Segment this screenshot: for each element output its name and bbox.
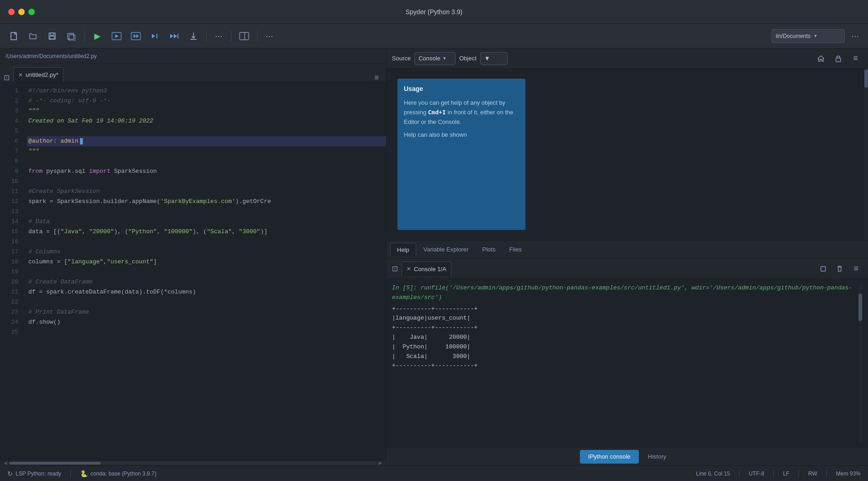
- code-line-25: [27, 327, 386, 337]
- history-tab[interactable]: History: [640, 450, 675, 464]
- console-panel: ⊡ ✕ Console 1/A ≡: [386, 259, 868, 465]
- editor-tab-close[interactable]: ✕: [18, 72, 23, 78]
- line-col-text: Line 6, Col 15: [696, 470, 730, 477]
- encoding-status[interactable]: UTF-8: [749, 470, 764, 477]
- console-dropdown-text: Console: [418, 55, 440, 62]
- stop-kernel-button[interactable]: [817, 262, 830, 275]
- usage-body: Here you can get help of any object by p…: [404, 98, 519, 127]
- titlebar: Spyder (Python 3.9): [0, 0, 868, 24]
- object-dropdown[interactable]: ▼: [480, 52, 508, 65]
- object-dropdown-arrow: ▼: [484, 55, 490, 62]
- console-tab-close[interactable]: ✕: [407, 266, 411, 272]
- conda-icon: 🐍: [80, 470, 88, 477]
- console-content[interactable]: In [5]: runfile('/Users/admin/apps/githu…: [386, 279, 868, 447]
- code-editor: 12345 678910 1112131415 1617181920 21222…: [0, 82, 386, 460]
- files-tab[interactable]: Files: [503, 243, 528, 257]
- open-file-button[interactable]: [25, 28, 41, 44]
- editor-tab-list-icon[interactable]: ⊡: [4, 73, 10, 82]
- home-icon-btn[interactable]: [814, 52, 828, 65]
- console-tab-list-icon[interactable]: ⊡: [392, 264, 398, 273]
- run-cell-button[interactable]: [108, 28, 125, 44]
- inspector-vscrollbar[interactable]: [863, 69, 868, 240]
- toolbar-more-2[interactable]: ···: [262, 31, 277, 41]
- usage-extra: Help can also be shown: [404, 130, 519, 140]
- line-col-status[interactable]: Line 6, Col 15: [696, 470, 730, 477]
- breadcrumb-bar: /Users/admin/Documents/untitled2.py: [0, 48, 386, 64]
- inspector-tabs: Help Variable Explorer Plots Files: [386, 240, 868, 258]
- perms-status[interactable]: RW: [808, 470, 817, 477]
- inspector-panel: Source Console ▼ Object ▼: [386, 48, 868, 259]
- toolbar-sep-1: [84, 31, 85, 42]
- code-line-16: [27, 237, 386, 247]
- code-line-21: df = spark.createDataFrame(data).toDF(*c…: [27, 287, 386, 297]
- perms-text: RW: [808, 470, 817, 477]
- inspector-content: Usage Here you can get help of any objec…: [386, 69, 868, 240]
- svg-rect-4: [68, 33, 74, 39]
- run-debug-button[interactable]: [166, 28, 182, 44]
- svg-marker-9: [134, 34, 136, 38]
- code-area[interactable]: #!/usr/bin/env python3 # -*- coding: utf…: [23, 82, 386, 460]
- line-numbers: 12345 678910 1112131415 1617181920 21222…: [0, 82, 23, 460]
- new-file-button[interactable]: [5, 28, 22, 44]
- maximize-button[interactable]: [28, 9, 35, 15]
- eol-text: LF: [783, 470, 789, 477]
- svg-rect-12: [156, 34, 157, 38]
- code-line-14: # Data: [27, 217, 386, 227]
- lock-icon-btn[interactable]: [831, 52, 845, 65]
- run-cell-advance-button[interactable]: [128, 28, 144, 44]
- run-button[interactable]: ▶: [89, 28, 106, 44]
- toolbar-more-1[interactable]: ···: [211, 31, 226, 41]
- console-menu-button[interactable]: ≡: [850, 262, 863, 275]
- mem-status[interactable]: Mem 93%: [836, 470, 861, 477]
- console-tab-1[interactable]: ✕ Console 1/A: [402, 262, 451, 276]
- code-line-3: """: [27, 106, 386, 116]
- save-file-button[interactable]: [44, 28, 60, 44]
- source-label: Source: [392, 55, 411, 62]
- console-dropdown[interactable]: Console ▼: [414, 52, 455, 65]
- console-vscrollbar[interactable]: [858, 283, 863, 443]
- conda-status: 🐍 conda: base (Python 3.9.7): [80, 470, 156, 477]
- code-line-10: [27, 176, 386, 187]
- code-line-13: [27, 207, 386, 217]
- minimize-button[interactable]: [18, 9, 25, 15]
- window-controls: [8, 9, 35, 15]
- svg-rect-3: [50, 36, 54, 39]
- toggle-pane-button[interactable]: [236, 28, 252, 44]
- help-tab[interactable]: Help: [390, 243, 416, 257]
- hscrollbar-thumb[interactable]: [9, 462, 101, 465]
- code-line-8: [27, 156, 386, 166]
- save-all-button[interactable]: [63, 28, 80, 44]
- close-button[interactable]: [8, 9, 15, 15]
- editor-tab-menu[interactable]: ≡: [375, 74, 379, 82]
- editor-tab-untitled2[interactable]: ✕ untitled2.py*: [13, 67, 64, 82]
- plots-tab[interactable]: Plots: [476, 243, 502, 257]
- eol-status[interactable]: LF: [783, 470, 789, 477]
- code-line-6: @author: admin: [27, 136, 386, 146]
- svg-rect-16: [240, 32, 249, 40]
- path-box[interactable]: iin/Documents ▼: [772, 29, 845, 43]
- toolbar-more-3[interactable]: ···: [847, 31, 863, 41]
- object-label: Object: [459, 55, 477, 62]
- scroll-right[interactable]: ▶: [377, 460, 384, 465]
- path-dropdown-arrow: ▼: [813, 33, 818, 38]
- lsp-icon: ↻: [7, 470, 13, 477]
- variable-explorer-tab[interactable]: Variable Explorer: [417, 243, 475, 257]
- hscrollbar-track[interactable]: [9, 462, 377, 465]
- inspector-vscrollbar-thumb: [864, 69, 868, 88]
- console-tab-name: Console 1/A: [414, 266, 446, 273]
- debug-button[interactable]: [147, 28, 163, 44]
- svg-rect-5: [69, 35, 75, 41]
- menu-icon-btn[interactable]: ≡: [849, 52, 863, 65]
- status-div-3: [773, 470, 774, 477]
- remove-console-button[interactable]: [833, 262, 846, 275]
- code-line-24: df.show(): [27, 317, 386, 327]
- editor-tab-name: untitled2.py*: [26, 71, 59, 78]
- ipython-console-tab[interactable]: IPython console: [580, 450, 639, 464]
- toolbar-sep-3: [231, 31, 231, 42]
- svg-rect-15: [177, 34, 178, 38]
- status-div-2: [739, 470, 739, 477]
- console-text: In [5]: runfile('/Users/admin/apps/githu…: [392, 283, 858, 443]
- svg-marker-10: [136, 34, 139, 38]
- stop-button[interactable]: [185, 28, 202, 44]
- scroll-left[interactable]: ◀: [2, 460, 9, 465]
